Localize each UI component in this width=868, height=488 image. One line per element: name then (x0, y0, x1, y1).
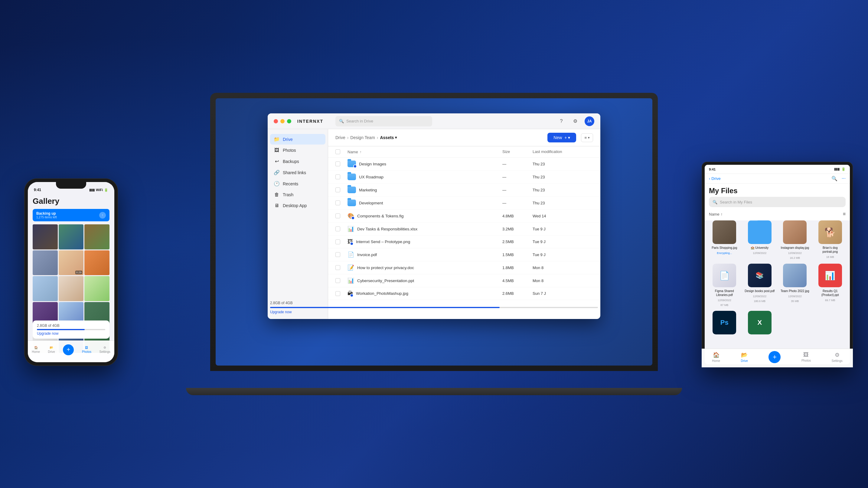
breadcrumb-drive[interactable]: Drive (335, 135, 345, 140)
folder-tab (749, 220, 757, 221)
storage-section: 2.8GB of 4GB Upgrade now (270, 301, 598, 314)
minimize-button[interactable] (280, 119, 285, 123)
table-row[interactable]: 📄 Invoice.pdf 1.5MB Tue 9 J (328, 248, 600, 261)
phone-storage-section: 2.8GB of 4GB Upgrade now (33, 321, 110, 339)
size-column-header[interactable]: Size (502, 149, 533, 154)
select-all-checkbox[interactable] (335, 149, 347, 154)
ps-preview: Ps (713, 311, 736, 334)
file-item[interactable]: Team Photo 2022.jpg 12/09/2022 35 MB (779, 264, 810, 306)
settings-button[interactable]: ⚙ (571, 117, 580, 126)
video-duration: 0:29 (75, 271, 83, 274)
sidebar-label-desktop: Desktop App (283, 203, 307, 208)
photo-cell[interactable] (59, 276, 84, 301)
table-row[interactable]: 📊 Cybersecurity_Presentation.ppt 4.5MB M… (328, 274, 600, 287)
row-checkbox[interactable] (335, 278, 347, 283)
row-checkbox[interactable] (335, 214, 347, 218)
tablet-add-button[interactable]: + (769, 351, 781, 363)
table-row[interactable]: 📝 How to protect your privacy.doc 1.8MB … (328, 261, 600, 274)
file-item[interactable]: Paris Shopping.jpg Encrypting... (709, 220, 740, 259)
table-row[interactable]: Design Images — Thu 23 (328, 158, 600, 170)
window-body: 📁 Drive 🖼 Photos ↩ Backups 🔗 (268, 129, 600, 319)
row-checkbox[interactable] (335, 188, 347, 192)
row-checkbox[interactable] (335, 291, 347, 296)
back-button[interactable]: ‹ Drive (709, 176, 721, 181)
table-row[interactable]: 🎨 Components & Tokens.fig 4.8MB Wed 14 (328, 209, 600, 223)
breadcrumb-design-team[interactable]: Design Team (350, 135, 375, 140)
file-item[interactable]: Instagram display.jpg 12/09/2022 16.2 MB (779, 220, 810, 259)
table-row[interactable]: Development — Thu 23 (328, 197, 600, 209)
file-list-header: Name ↑ Size Last modification (328, 147, 600, 158)
photo-cell[interactable] (84, 250, 110, 275)
photo-cell[interactable] (59, 224, 84, 250)
tablet-tab-photos[interactable]: 🖼 Photos (802, 352, 811, 362)
photo-cell[interactable] (33, 224, 58, 250)
table-row[interactable]: UX Roadmap — Thu 23 (328, 170, 600, 184)
file-item[interactable]: 🏫 University 12/09/2022 (744, 220, 775, 259)
modification-column-header[interactable]: Last modification (533, 149, 593, 154)
view-toggle-button[interactable]: ≡ ▾ (581, 133, 593, 142)
sidebar-item-drive[interactable]: 📁 Drive (270, 134, 326, 144)
table-row[interactable]: 📊 Dev Tasks & Responsibilities.xlsx 3.2M… (328, 223, 600, 235)
checkbox-all[interactable] (335, 149, 340, 154)
tab-photos[interactable]: 🖼 Photos (82, 346, 91, 353)
name-column-header[interactable]: Name ↑ (347, 149, 502, 154)
row-checkbox[interactable] (335, 265, 347, 270)
tablet-tab-settings[interactable]: ⚙ Settings (832, 352, 843, 362)
sidebar-item-photos[interactable]: 🖼 Photos (270, 145, 326, 155)
sidebar-item-shared[interactable]: 🔗 Shared links (270, 167, 326, 178)
tablet-tab-drive[interactable]: 📂 Drive (741, 352, 748, 362)
sidebar-item-recents[interactable]: 🕐 Recents (270, 178, 326, 189)
table-row[interactable]: 🖼 Internxt Send – Prototype.png 2.5MB Tu… (328, 235, 600, 248)
table-row[interactable]: 🏔 Workation_PhotoMashup.jpg 2.6MB Sun 7 … (328, 287, 600, 300)
search-bar[interactable]: 🔍 Search in Drive (335, 116, 432, 126)
more-options-icon[interactable]: ··· (842, 176, 846, 182)
row-checkbox[interactable] (335, 226, 347, 231)
tablet-status-bar: 9:41 ▮▮▮ 🔋 (705, 165, 850, 174)
link-icon: 🔗 (274, 170, 280, 175)
search-nav-icon[interactable]: 🔍 (831, 176, 837, 182)
photo-cell[interactable] (33, 276, 58, 301)
photo-cell[interactable]: 0:29 (59, 250, 84, 275)
tab-settings-label: Settings (99, 350, 111, 353)
tab-drive[interactable]: 📂 Drive (48, 346, 55, 353)
file-item[interactable]: 📊 Results Q1 (Product).ppt 69.7 MB (815, 264, 846, 306)
file-item[interactable]: 🐕 Brian's dog portrait.png 18 MB (815, 220, 846, 259)
upgrade-link[interactable]: Upgrade now (270, 310, 598, 314)
add-button[interactable]: + (63, 345, 74, 355)
name-sort-button[interactable]: Name ↑ (709, 212, 722, 217)
tablet-search-bar[interactable]: 🔍 Search in My Files (709, 197, 846, 207)
row-checkbox[interactable] (335, 239, 347, 244)
row-checkbox[interactable] (335, 200, 347, 205)
close-button[interactable] (274, 119, 278, 123)
help-button[interactable]: ? (557, 117, 566, 126)
sidebar-item-desktop[interactable]: 🖥 Desktop App (270, 200, 326, 211)
tablet-title-section: My Files 🔍 Search in My Files Name ↑ ≡ (705, 184, 850, 220)
row-checkbox[interactable] (335, 174, 347, 179)
file-size: 1.8MB (502, 265, 533, 270)
sidebar-item-backups[interactable]: ↩ Backups (270, 156, 326, 167)
phone-backup-bar: Backing up 1,275 items left ↑ (33, 209, 110, 221)
file-item[interactable]: 📄 Figma Shared Libraries.pdf 12/09/2022 … (709, 264, 740, 306)
photo-cell[interactable] (84, 224, 110, 250)
tab-settings[interactable]: ⚙ Settings (99, 346, 111, 353)
list-view-icon[interactable]: ≡ (843, 212, 846, 217)
file-item[interactable]: 📚 Design books post.pdf 12/09/2022 180.6… (744, 264, 775, 306)
maximize-button[interactable] (287, 119, 291, 123)
photo-cell[interactable] (33, 250, 58, 275)
new-button[interactable]: New + ▾ (548, 133, 576, 142)
file-item[interactable]: Ps (709, 311, 740, 336)
phone-upgrade-link[interactable]: Upgrade now (37, 331, 105, 336)
row-checkbox[interactable] (335, 161, 347, 166)
file-item[interactable]: X (744, 311, 775, 336)
row-checkbox[interactable] (335, 252, 347, 257)
file-name-cell: UX Roadmap (347, 173, 502, 180)
avatar-button[interactable]: JA (585, 117, 594, 126)
folder-icon (347, 173, 356, 180)
photo-cell[interactable] (84, 276, 110, 301)
tablet-device: 9:41 ▮▮▮ 🔋 ‹ Drive 🔍 ··· My File (702, 162, 853, 367)
table-row[interactable]: Marketing — Thu 23 (328, 184, 600, 197)
tablet-tab-home[interactable]: 🏠 Home (712, 352, 720, 362)
sidebar-item-trash[interactable]: 🗑 Trash (270, 190, 326, 200)
tab-home[interactable]: 🏠 Home (32, 346, 40, 353)
file-size: 1.5MB (502, 253, 533, 257)
